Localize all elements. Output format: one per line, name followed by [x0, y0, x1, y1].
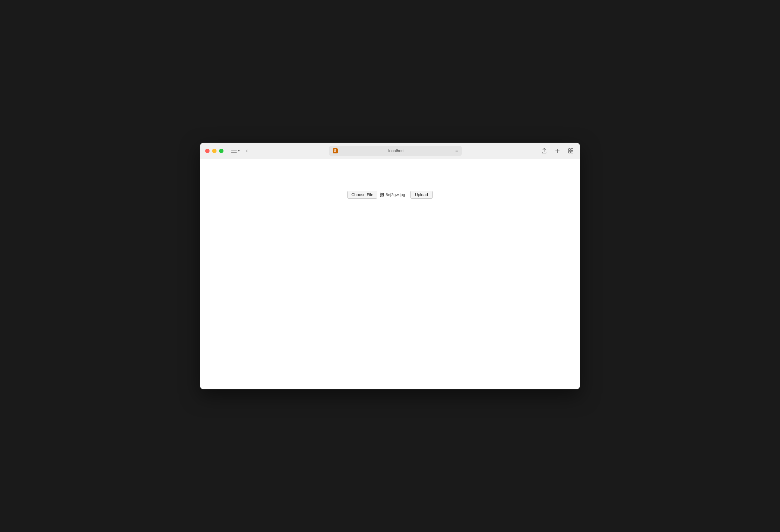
url-text: localhost [340, 148, 453, 153]
sidebar-icon [231, 149, 237, 153]
upload-button[interactable]: Upload [410, 191, 433, 199]
tabs-button[interactable] [567, 147, 575, 155]
reader-icon: ≡ [455, 148, 458, 153]
file-name-display: 🖼 8ej2gw.jpg [380, 192, 405, 197]
upload-form: Choose File 🖼 8ej2gw.jpg Upload [347, 191, 433, 199]
close-button[interactable] [205, 149, 209, 153]
toolbar-right [540, 147, 575, 155]
page-content: Choose File 🖼 8ej2gw.jpg Upload [200, 159, 580, 389]
site-icon: S [333, 148, 338, 153]
share-button[interactable] [540, 147, 548, 155]
address-bar[interactable]: S localhost ≡ [329, 146, 462, 156]
svg-rect-1 [571, 149, 573, 151]
file-name-text: 8ej2gw.jpg [386, 192, 405, 197]
browser-window: ▾ ‹ S localhost ≡ [200, 143, 580, 389]
traffic-lights [205, 149, 224, 153]
minimize-button[interactable] [212, 149, 216, 153]
title-bar: ▾ ‹ S localhost ≡ [200, 143, 580, 159]
address-bar-container: S localhost ≡ [254, 146, 536, 156]
file-icon: 🖼 [380, 192, 384, 197]
new-tab-button[interactable] [553, 147, 562, 155]
svg-rect-2 [569, 151, 571, 153]
choose-file-button[interactable]: Choose File [347, 191, 377, 199]
svg-rect-0 [569, 149, 571, 151]
back-button[interactable]: ‹ [243, 146, 250, 155]
chevron-down-icon: ▾ [238, 149, 240, 152]
maximize-button[interactable] [219, 149, 224, 153]
svg-rect-3 [571, 151, 573, 153]
sidebar-toggle[interactable]: ▾ [231, 149, 240, 153]
